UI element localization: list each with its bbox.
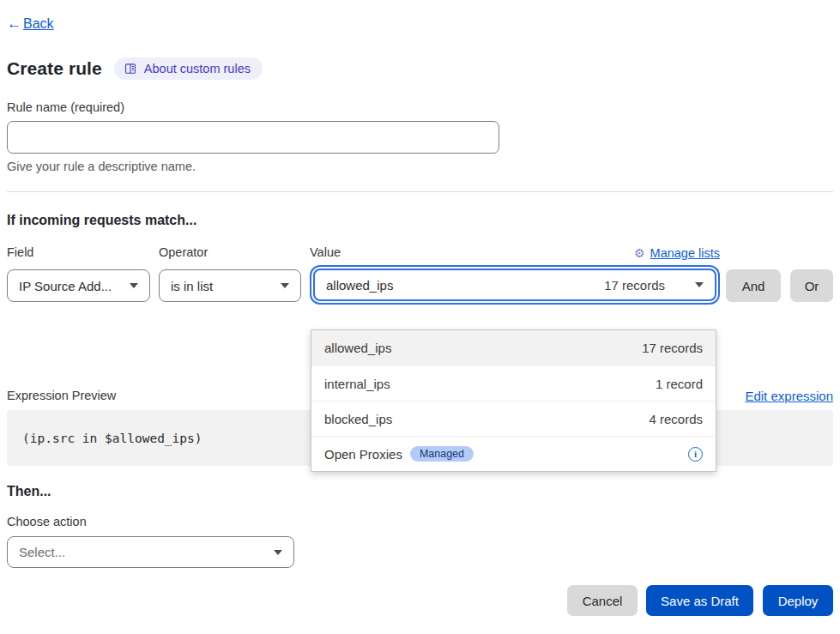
gear-icon: ⚙ xyxy=(634,246,645,260)
ip-list-dropdown: allowed_ips 17 records internal_ips 1 re… xyxy=(311,329,716,472)
rule-name-input[interactable] xyxy=(7,121,499,154)
value-combobox-right: 17 records xyxy=(604,278,704,293)
list-item-allowed-ips[interactable]: allowed_ips 17 records xyxy=(311,330,716,365)
book-icon xyxy=(124,62,137,75)
value-column: Value ⚙ Manage lists allowed_ips 17 reco… xyxy=(310,245,720,305)
match-section-heading: If incoming requests match... xyxy=(7,213,833,228)
list-item-name: Open Proxies xyxy=(324,447,402,462)
then-section-heading: Then... xyxy=(7,484,833,499)
value-combobox-records: 17 records xyxy=(604,278,665,293)
value-combobox-wrap: allowed_ips 17 records xyxy=(310,265,720,305)
about-badge-label: About custom rules xyxy=(144,62,251,75)
cancel-button[interactable]: Cancel xyxy=(567,585,638,616)
section-divider xyxy=(7,191,833,192)
choose-action-label: Choose action xyxy=(7,515,833,528)
manage-lists-link[interactable]: ⚙ Manage lists xyxy=(634,246,720,260)
list-item-name: blocked_ips xyxy=(324,412,392,426)
page-title: Create rule xyxy=(7,58,102,79)
page-header: Create rule About custom rules xyxy=(7,56,833,82)
field-label: Field xyxy=(7,245,150,260)
manage-lists-label: Manage lists xyxy=(650,246,720,260)
value-label: Value xyxy=(310,245,341,260)
list-item-internal-ips[interactable]: internal_ips 1 record xyxy=(311,365,716,401)
expression-preview-label: Expression Preview xyxy=(7,389,116,402)
save-as-draft-button[interactable]: Save as Draft xyxy=(646,585,753,616)
list-item-record-count: 17 records xyxy=(642,341,703,355)
operator-select-value: is in list xyxy=(171,279,213,293)
value-combobox-value: allowed_ips xyxy=(326,278,393,293)
about-custom-rules-link[interactable]: About custom rules xyxy=(114,57,263,80)
condition-row: Field IP Source Add... Operator is in li… xyxy=(7,245,833,305)
list-item-name-wrap: Open Proxies Managed xyxy=(324,446,474,462)
action-select-placeholder: Select... xyxy=(19,545,65,559)
field-column: Field IP Source Add... xyxy=(7,245,150,302)
create-rule-page: ← Back Create rule About custom rules Ru… xyxy=(0,15,840,616)
chevron-down-icon xyxy=(130,283,138,288)
list-item-name: allowed_ips xyxy=(324,341,391,355)
deploy-button[interactable]: Deploy xyxy=(763,585,833,616)
operator-label: Operator xyxy=(159,245,301,260)
operator-column: Operator is in list xyxy=(159,245,301,302)
chevron-down-icon xyxy=(274,550,282,555)
action-select[interactable]: Select... xyxy=(7,536,294,568)
edit-expression-link[interactable]: Edit expression xyxy=(745,389,833,403)
field-select[interactable]: IP Source Add... xyxy=(7,269,150,302)
value-combobox[interactable]: allowed_ips 17 records xyxy=(313,269,716,301)
back-link[interactable]: ← Back xyxy=(7,15,54,33)
back-link-label: Back xyxy=(23,16,54,32)
field-select-value: IP Source Add... xyxy=(19,279,112,293)
chevron-down-icon xyxy=(695,282,704,287)
rule-name-label: Rule name (required) xyxy=(7,100,833,114)
info-icon[interactable]: i xyxy=(688,447,703,462)
list-item-open-proxies[interactable]: Open Proxies Managed i xyxy=(311,436,716,471)
back-arrow-icon: ← xyxy=(7,15,21,33)
expression-code: (ip.src in $allowed_ips) xyxy=(22,432,202,445)
and-button[interactable]: And xyxy=(726,269,781,302)
or-button[interactable]: Or xyxy=(790,269,833,302)
footer-actions: Cancel Save as Draft Deploy xyxy=(7,585,833,616)
managed-badge: Managed xyxy=(410,446,474,462)
back-row: ← Back xyxy=(7,15,833,33)
list-item-record-count: 1 record xyxy=(656,377,703,391)
rule-name-helper-text: Give your rule a descriptive name. xyxy=(7,160,833,173)
operator-select[interactable]: is in list xyxy=(159,269,301,302)
list-item-blocked-ips[interactable]: blocked_ips 4 records xyxy=(311,401,716,436)
list-item-record-count: 4 records xyxy=(649,412,703,426)
chevron-down-icon xyxy=(281,283,289,288)
list-item-name: internal_ips xyxy=(324,377,390,391)
value-header: Value ⚙ Manage lists xyxy=(310,245,720,260)
